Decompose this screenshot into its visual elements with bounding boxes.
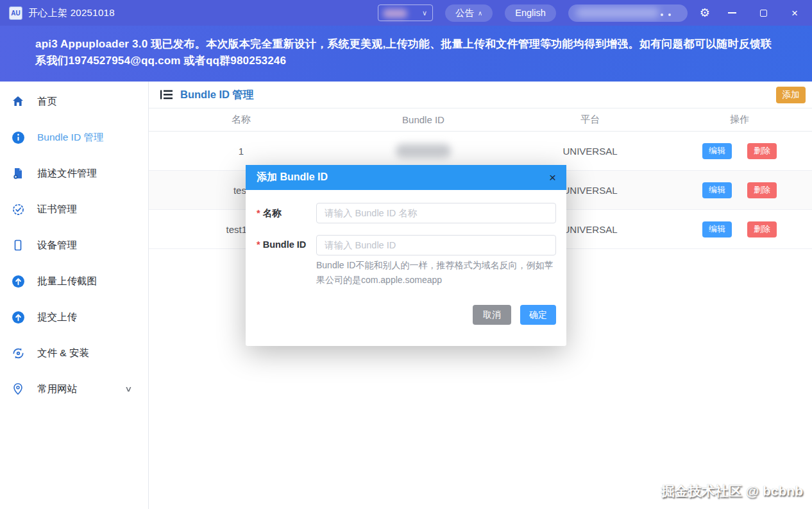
titlebar: AU 开心上架 20251018 ∨ 公告 ∧ English ⚙ × (0, 0, 812, 26)
column-header-actions: 操作 (667, 114, 812, 126)
edit-button[interactable]: 编辑 (702, 221, 732, 237)
column-header-bundle-id: Bundle ID (334, 114, 513, 125)
titlebar-select[interactable]: ∨ (378, 4, 433, 21)
app-logo: AU (9, 6, 22, 20)
dialog-title: 添加 Bundle ID (257, 171, 328, 184)
device-icon (11, 238, 25, 252)
confirm-button[interactable]: 确定 (520, 305, 556, 325)
delete-button[interactable]: 删除 (747, 221, 777, 237)
dialog-footer: 取消 确定 (257, 305, 556, 325)
window-title: 开心上架 20251018 (28, 7, 115, 19)
name-field-row: *名称 (257, 203, 556, 223)
announcement-button[interactable]: 公告 ∧ (445, 4, 493, 22)
blurred-text (383, 9, 407, 18)
announcement-text: api3 Appuploader 3.0 现已发布。本次版本完全重新设计，系统更… (35, 36, 779, 69)
bundle-id-field-label: *Bundle ID (257, 235, 316, 255)
sidebar-item-profiles[interactable]: 描述文件管理 (0, 155, 148, 191)
sidebar-item-devices[interactable]: 设备管理 (0, 227, 148, 263)
bundle-id-input[interactable] (316, 235, 556, 255)
sidebar-item-label: 证书管理 (37, 203, 77, 216)
cell-platform: UNIVERSAL (513, 146, 667, 157)
bundle-id-help-text: Bundle ID不能和别人的一样，推荐格式为域名反向，例如苹果公司的是com.… (316, 258, 556, 288)
sidebar-item-label: 首页 (37, 95, 57, 108)
add-bundle-id-dialog: 添加 Bundle ID × *名称 *Bundle ID Bundle ID不… (246, 165, 566, 346)
info-circle-icon (11, 130, 25, 144)
app-window: AU 开心上架 20251018 ∨ 公告 ∧ English ⚙ × (0, 0, 812, 509)
home-icon (11, 94, 25, 108)
required-marker: * (257, 208, 260, 218)
sidebar-item-common-sites[interactable]: 常用网站 ∨ (0, 371, 148, 407)
sidebar: 首页 Bundle ID 管理 描述文件管理 证书管理 (0, 82, 149, 509)
required-marker: * (257, 239, 260, 250)
upload-circle-icon (11, 274, 25, 288)
sidebar-item-files-install[interactable]: 文件 & 安装 (0, 335, 148, 371)
location-pin-icon (11, 382, 25, 396)
watermark-text: 掘金技术社区 @ bcbnb (661, 482, 803, 500)
language-label: English (515, 8, 546, 18)
cell-actions: 编辑 删除 (667, 143, 812, 159)
dialog-body: *名称 *Bundle ID Bundle ID不能和别人的一样，推荐格式为域名… (246, 190, 566, 325)
maximize-icon (760, 10, 767, 17)
certificate-icon (11, 202, 25, 216)
minimize-icon (728, 12, 736, 13)
delete-button[interactable]: 删除 (747, 182, 777, 198)
edit-button[interactable]: 编辑 (702, 143, 732, 159)
close-icon: × (791, 8, 798, 19)
sidebar-item-label: 设备管理 (37, 239, 77, 252)
dialog-header: 添加 Bundle ID × (246, 165, 566, 190)
page-title: Bundle ID 管理 (180, 88, 254, 102)
column-header-platform: 平台 (513, 114, 667, 126)
collapse-menu-icon[interactable] (160, 90, 173, 99)
announcement-label: 公告 (455, 7, 474, 19)
maximize-button[interactable] (754, 0, 773, 26)
name-field-label: *名称 (257, 203, 316, 223)
language-button[interactable]: English (505, 4, 556, 22)
chevron-down-icon: ∨ (422, 9, 427, 17)
cell-actions: 编辑 删除 (667, 182, 812, 198)
settings-gear-icon[interactable]: ⚙ (700, 7, 710, 19)
chevron-up-icon: ∧ (478, 10, 482, 17)
sidebar-item-label: 描述文件管理 (37, 167, 97, 180)
sidebar-item-batch-screenshots[interactable]: 批量上传截图 (0, 263, 148, 299)
minimize-button[interactable] (722, 0, 741, 26)
sidebar-item-bundle-id[interactable]: Bundle ID 管理 (0, 119, 148, 155)
upload-circle-icon (11, 310, 25, 324)
chevron-down-icon: ∨ (124, 384, 132, 393)
table-header: 名称 Bundle ID 平台 操作 (149, 108, 812, 132)
sidebar-item-label: 提交上传 (37, 311, 77, 324)
name-input[interactable] (316, 203, 556, 223)
cancel-button[interactable]: 取消 (473, 305, 511, 325)
edit-button[interactable]: 编辑 (702, 182, 732, 198)
sidebar-item-certificates[interactable]: 证书管理 (0, 191, 148, 227)
blurred-text-dots (661, 13, 663, 16)
sidebar-item-label: 批量上传截图 (37, 275, 97, 288)
delete-button[interactable]: 删除 (747, 143, 777, 159)
cell-name: 1 (149, 146, 334, 157)
sidebar-item-submit-upload[interactable]: 提交上传 (0, 299, 148, 335)
blurred-bundle-id (396, 144, 451, 158)
cell-actions: 编辑 删除 (667, 221, 812, 237)
cell-bundle-id (334, 144, 513, 158)
announcement-banner: api3 Appuploader 3.0 现已发布。本次版本完全重新设计，系统更… (0, 26, 812, 82)
sidebar-item-label: 文件 & 安装 (37, 347, 89, 360)
account-pill-blurred[interactable] (568, 4, 688, 22)
sidebar-item-label: Bundle ID 管理 (37, 131, 103, 144)
bundle-id-field-row: *Bundle ID (257, 235, 556, 255)
sync-gear-icon (11, 346, 25, 360)
blurred-text (576, 8, 659, 18)
add-button[interactable]: 添加 (776, 87, 806, 103)
sidebar-item-home[interactable]: 首页 (0, 83, 148, 119)
page-header: Bundle ID 管理 添加 (149, 82, 812, 108)
column-header-name: 名称 (149, 114, 334, 126)
sidebar-item-label: 常用网站 (37, 383, 77, 396)
close-button[interactable]: × (785, 0, 804, 26)
dialog-close-icon[interactable]: × (549, 171, 556, 184)
profile-file-icon (11, 166, 25, 180)
